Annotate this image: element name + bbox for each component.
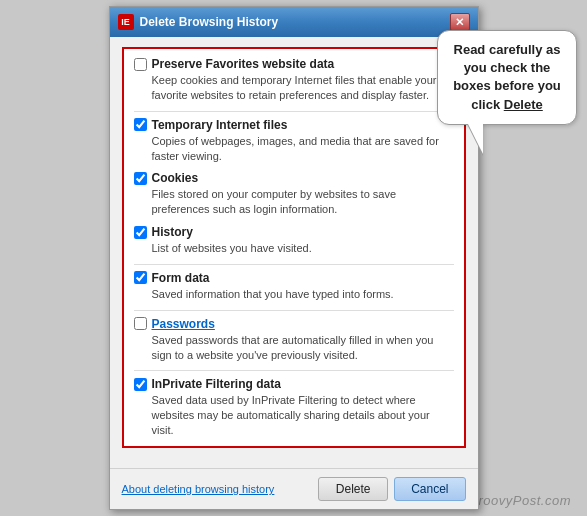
checkbox-inprivate[interactable] [134, 378, 147, 391]
option-inprivate-label: InPrivate Filtering data [134, 377, 454, 391]
watermark: groovyPost.com [471, 493, 571, 508]
checkbox-cookies[interactable] [134, 172, 147, 185]
button-group: Delete Cancel [318, 477, 465, 501]
option-formdata-label: Form data [134, 271, 454, 285]
label-tempfiles[interactable]: Temporary Internet files [152, 118, 288, 132]
label-favorites[interactable]: Preserve Favorites website data [152, 57, 335, 71]
delete-button[interactable]: Delete [318, 477, 388, 501]
bottom-bar: About deleting browsing history Delete C… [110, 468, 478, 509]
label-passwords[interactable]: Passwords [152, 317, 215, 331]
option-history: History List of websites you have visite… [134, 225, 454, 256]
title-bar-left: IE Delete Browsing History [118, 14, 279, 30]
label-formdata[interactable]: Form data [152, 271, 210, 285]
option-favorites-label: Preserve Favorites website data [134, 57, 454, 71]
desc-tempfiles: Copies of webpages, images, and media th… [152, 134, 454, 164]
option-passwords: Passwords Saved passwords that are autom… [134, 317, 454, 363]
checkbox-favorites[interactable] [134, 58, 147, 71]
options-box: Preserve Favorites website data Keep coo… [122, 47, 466, 448]
delete-browsing-history-dialog: IE Delete Browsing History ✕ Preserve Fa… [109, 6, 479, 510]
divider-2 [134, 264, 454, 265]
desc-cookies: Files stored on your computer by website… [152, 187, 454, 217]
desc-passwords: Saved passwords that are automatically f… [152, 333, 454, 363]
checkbox-formdata[interactable] [134, 271, 147, 284]
checkbox-history[interactable] [134, 226, 147, 239]
divider-3 [134, 310, 454, 311]
close-button[interactable]: ✕ [450, 13, 470, 31]
desc-history: List of websites you have visited. [152, 241, 454, 256]
divider-4 [134, 370, 454, 371]
divider-1 [134, 111, 454, 112]
label-cookies[interactable]: Cookies [152, 171, 199, 185]
speech-bubble: Read carefully as you check the boxes be… [437, 30, 577, 125]
option-passwords-label: Passwords [134, 317, 454, 331]
label-inprivate[interactable]: InPrivate Filtering data [152, 377, 281, 391]
option-tempfiles: Temporary Internet files Copies of webpa… [134, 118, 454, 164]
option-tempfiles-label: Temporary Internet files [134, 118, 454, 132]
option-inprivate: InPrivate Filtering data Saved data used… [134, 377, 454, 438]
dialog-content: Preserve Favorites website data Keep coo… [110, 37, 478, 468]
option-cookies: Cookies Files stored on your computer by… [134, 171, 454, 217]
help-link[interactable]: About deleting browsing history [122, 483, 275, 495]
cancel-button[interactable]: Cancel [394, 477, 465, 501]
speech-bubble-delete-word: Delete [504, 97, 543, 112]
option-formdata: Form data Saved information that you hav… [134, 271, 454, 302]
dialog-title: Delete Browsing History [140, 15, 279, 29]
option-cookies-label: Cookies [134, 171, 454, 185]
desc-favorites: Keep cookies and temporary Internet file… [152, 73, 454, 103]
title-bar: IE Delete Browsing History ✕ [110, 7, 478, 37]
option-favorites: Preserve Favorites website data Keep coo… [134, 57, 454, 103]
checkbox-passwords[interactable] [134, 317, 147, 330]
option-history-label: History [134, 225, 454, 239]
checkbox-tempfiles[interactable] [134, 118, 147, 131]
dialog-icon: IE [118, 14, 134, 30]
desc-formdata: Saved information that you have typed in… [152, 287, 454, 302]
desc-inprivate: Saved data used by InPrivate Filtering t… [152, 393, 454, 438]
label-history[interactable]: History [152, 225, 193, 239]
speech-bubble-text: Read carefully as you check the boxes be… [453, 42, 561, 112]
